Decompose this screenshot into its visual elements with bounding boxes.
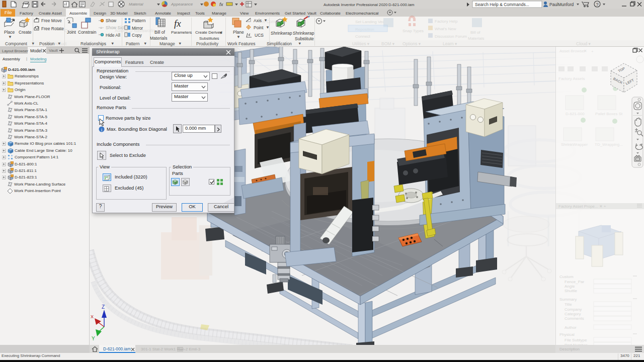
svg-text:▼: ▼ (143, 41, 147, 46)
svg-text:Copy: Copy (132, 33, 142, 38)
svg-text:Electromechanical: Electromechanical (346, 11, 379, 16)
svg-text:D-621-000: D-621-000 (566, 112, 585, 116)
svg-text:UCS: UCS (255, 33, 264, 38)
svg-text:Autodesk Inventor Professional: Autodesk Inventor Professional 2020 (324, 3, 388, 7)
svg-text:3D Model: 3D Model (110, 11, 127, 16)
svg-text:▼: ▼ (236, 35, 240, 39)
svg-text:Annotate: Annotate (155, 11, 172, 16)
svg-text:Show Sick: Show Sick (106, 25, 126, 30)
svg-text:Environments: Environments (255, 11, 280, 16)
svg-text:Title: Title (565, 302, 572, 307)
svg-text:Component: Component (5, 41, 28, 46)
svg-text:Category: Category (565, 312, 581, 316)
svg-text:X: X (91, 314, 94, 319)
svg-text:Materials: Materials (468, 36, 484, 41)
svg-text:Collaborate: Collaborate (320, 11, 341, 16)
svg-text:Get Started: Get Started (285, 11, 305, 16)
svg-text:Discussion Forum: Discussion Forum (435, 34, 467, 39)
svg-text:Appearance: Appearance (171, 2, 193, 7)
svg-text:Substitutes: Substitutes (199, 36, 219, 41)
svg-text:Shrinkwrap: Shrinkwrap (293, 31, 314, 36)
svg-text:Asset Browser: Asset Browser (559, 49, 586, 53)
svg-text:Shuttle: Shuttle (565, 289, 577, 293)
svg-text:▼: ▼ (298, 41, 301, 46)
svg-text:Materials: Materials (150, 36, 167, 41)
svg-text:▼: ▼ (8, 35, 12, 39)
svg-text:Learn ▾: Learn ▾ (443, 41, 457, 46)
svg-text:Constrain: Constrain (78, 30, 97, 35)
svg-text:fx: fx (174, 18, 181, 29)
svg-text:Factory: Factory (20, 11, 33, 16)
svg-text:Work Features: Work Features (227, 41, 256, 46)
svg-text:▼: ▼ (219, 31, 223, 35)
svg-text:Connect: Connect (355, 34, 371, 39)
svg-text:Sketch: Sketch (134, 11, 146, 16)
svg-text:Author: Author (565, 325, 577, 330)
svg-text:Tools: Tools (195, 11, 205, 16)
svg-text:TD_Wrapping...: TD_Wrapping... (595, 142, 623, 147)
svg-text:Bill of: Bill of (154, 30, 165, 35)
svg-text:Physical: Physical (559, 332, 575, 337)
svg-text:Substitute: Substitute (295, 36, 314, 41)
svg-text:Assemble: Assemble (69, 11, 88, 16)
svg-text:Fence_Par: Fence_Par (565, 280, 584, 284)
svg-text:BOM ▾: BOM ▾ (381, 41, 395, 46)
svg-text:Y: Y (92, 336, 95, 341)
svg-text:▼: ▼ (266, 25, 270, 30)
svg-text:Create Derived: Create Derived (195, 30, 222, 35)
svg-text:▼: ▼ (57, 41, 61, 46)
svg-text:Design: Design (94, 11, 106, 16)
svg-text:Create: Create (19, 30, 32, 35)
svg-text:Show: Show (106, 18, 117, 23)
svg-text:Custom: Custom (559, 275, 574, 279)
svg-text:Comments: Comments (565, 316, 584, 321)
svg-text:Shrinkwrap: Shrinkwrap (271, 31, 292, 36)
svg-text:fx: fx (219, 2, 224, 7)
svg-text:Z: Z (102, 304, 105, 310)
svg-text:ShrinkWrapper: ShrinkWrapper (561, 142, 588, 147)
svg-text:Productivity: Productivity (196, 41, 219, 46)
svg-text:Summary: Summary (559, 297, 577, 302)
svg-text:▼: ▼ (31, 41, 35, 46)
svg-text:Utilities ▾: Utilities ▾ (352, 41, 370, 46)
svg-text:Bill of: Bill of (470, 30, 480, 35)
svg-text:Inspect: Inspect (177, 11, 191, 16)
svg-text:Company: Company (565, 307, 582, 312)
svg-text:Point: Point (254, 25, 264, 30)
svg-text:Mirror: Mirror (132, 26, 143, 31)
svg-text:Cloud ▾: Cloud ▾ (576, 41, 591, 46)
svg-text:▼: ▼ (111, 41, 114, 46)
svg-text:Search Help & Commands...: Search Help & Commands... (475, 2, 529, 7)
svg-text:View: View (240, 11, 249, 16)
svg-text:Material: Material (129, 2, 143, 7)
svg-text:Pallet Boxes St: Pallet Boxes St (595, 112, 623, 116)
svg-text:Place: Place (4, 30, 15, 35)
svg-text:+: + (591, 49, 594, 54)
svg-text:Free Rotate: Free Rotate (41, 26, 64, 31)
svg-text:▼: ▼ (178, 41, 182, 46)
svg-text:PaulMunford: PaulMunford (549, 2, 574, 7)
svg-text:Factory Assets: Factory Assets (558, 76, 585, 81)
svg-text:▼: ▼ (264, 18, 268, 23)
svg-text:Vault: Vault (307, 11, 316, 16)
svg-text:What's New: What's New (435, 27, 456, 31)
svg-text:Manage: Manage (212, 11, 226, 16)
svg-text:Hide All: Hide All (106, 33, 120, 38)
svg-text:Create Asset: Create Asset (39, 11, 62, 16)
svg-text:?: ? (596, 2, 599, 7)
svg-text:Manage: Manage (159, 41, 175, 46)
svg-text:Factory Help: Factory Help (435, 19, 458, 24)
svg-text:Position: Position (39, 41, 55, 46)
svg-text:Joint: Joint (67, 30, 76, 35)
svg-text:Relationships: Relationships (80, 41, 106, 46)
svg-text:D-621-000.iam: D-621-000.iam (388, 3, 415, 7)
svg-text:Axis: Axis (254, 18, 262, 23)
svg-text:Pattern: Pattern (132, 18, 146, 23)
svg-text:Free Move: Free Move (41, 18, 62, 23)
svg-text:Plane: Plane (233, 30, 244, 35)
svg-text:Factory Asset Prope... ✕ +: Factory Asset Prope... ✕ + (558, 204, 606, 209)
svg-text:File Subtype: File Subtype (565, 338, 587, 342)
svg-text:Parameters: Parameters (171, 30, 192, 35)
svg-text:Pattern: Pattern (126, 41, 140, 46)
svg-text:Options ▾: Options ▾ (403, 41, 421, 46)
